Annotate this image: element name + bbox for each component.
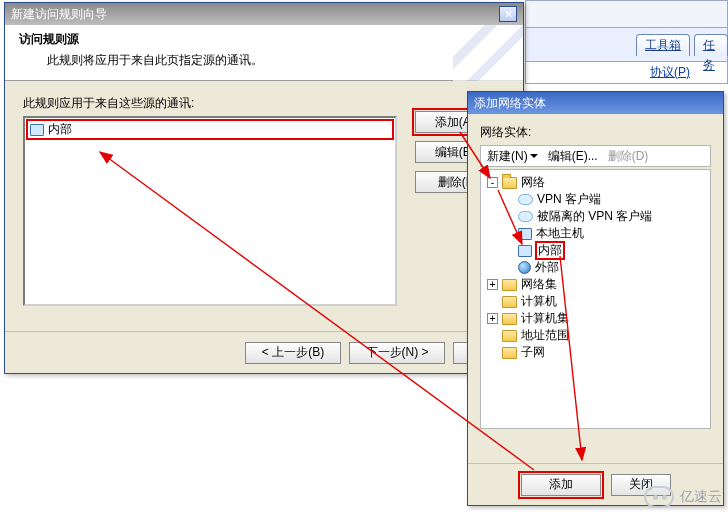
tab-tasks[interactable]: 任务 bbox=[694, 34, 728, 56]
watermark: 亿速云 bbox=[644, 486, 722, 508]
tab-toolbox[interactable]: 工具箱 bbox=[636, 34, 690, 56]
tree-label: 网络 bbox=[521, 174, 545, 191]
wizard-banner-decoration bbox=[453, 25, 523, 81]
tree-node-isolated-vpn[interactable]: 被隔离的 VPN 客户端 bbox=[503, 208, 706, 225]
network-icon bbox=[30, 124, 44, 136]
add-entity-dialog: 添加网络实体 网络实体: 新建(N) 编辑(E)... 删除(D) - 网络 bbox=[467, 91, 724, 506]
tree-label: 被隔离的 VPN 客户端 bbox=[537, 208, 652, 225]
network-icon bbox=[518, 228, 532, 240]
wizard-titlebar[interactable]: 新建访问规则向导 ✕ bbox=[5, 3, 523, 25]
tree-node-computerset[interactable]: + 计算机集 bbox=[487, 310, 706, 327]
entity-tree[interactable]: - 网络 VPN 客户端 被隔离的 VPN 客户端 bbox=[480, 169, 711, 429]
next-button[interactable]: 下一步(N) > bbox=[349, 342, 445, 364]
tree-node-external[interactable]: 外部 bbox=[503, 259, 706, 276]
bg-toolbar-strip bbox=[525, 0, 728, 28]
folder-icon bbox=[502, 313, 517, 325]
tree-label: VPN 客户端 bbox=[537, 191, 601, 208]
tree-label: 计算机集 bbox=[521, 310, 569, 327]
expand-icon[interactable]: + bbox=[487, 313, 498, 324]
source-item-label: 内部 bbox=[48, 121, 72, 138]
tree-node-netset[interactable]: + 网络集 bbox=[487, 276, 706, 293]
folder-icon bbox=[502, 279, 517, 291]
folder-icon bbox=[502, 347, 517, 359]
network-icon bbox=[518, 245, 532, 257]
tree-node-localhost[interactable]: 本地主机 bbox=[503, 225, 706, 242]
cloud-icon bbox=[518, 211, 533, 222]
toolbar-edit[interactable]: 编辑(E)... bbox=[548, 148, 598, 165]
back-button[interactable]: < 上一步(B) bbox=[245, 342, 341, 364]
watermark-logo-icon bbox=[644, 486, 674, 508]
dialog-titlebar[interactable]: 添加网络实体 bbox=[468, 92, 723, 114]
dialog-title: 添加网络实体 bbox=[474, 95, 546, 112]
wizard-body: 此规则应用于来自这些源的通讯: 内部 添加(A).. 编辑(E).. 删除(R) bbox=[5, 81, 523, 331]
source-item-internal[interactable]: 内部 bbox=[27, 120, 393, 139]
tree-label: 外部 bbox=[535, 259, 559, 276]
wizard-window: 新建访问规则向导 ✕ 访问规则源 此规则将应用于来自此页指定源的通讯。 此规则应… bbox=[4, 2, 524, 374]
dialog-toolbar: 新建(N) 编辑(E)... 删除(D) bbox=[480, 145, 711, 167]
tree-label: 子网 bbox=[521, 344, 545, 361]
wizard-footer: < 上一步(B) 下一步(N) > 取消 bbox=[5, 331, 523, 373]
toolbar-delete: 删除(D) bbox=[608, 148, 649, 165]
tree-label-selected: 内部 bbox=[536, 242, 564, 259]
tree-node-addr-range[interactable]: 地址范围 bbox=[487, 327, 706, 344]
collapse-icon[interactable]: - bbox=[487, 177, 498, 188]
tree-label: 本地主机 bbox=[536, 225, 584, 242]
dialog-body: 网络实体: 新建(N) 编辑(E)... 删除(D) - 网络 VPN 客户端 bbox=[468, 114, 723, 463]
tree-node-subnet[interactable]: 子网 bbox=[487, 344, 706, 361]
folder-open-icon bbox=[502, 177, 517, 189]
tree-label: 计算机 bbox=[521, 293, 557, 310]
wizard-banner-sub: 此规则将应用于来自此页指定源的通讯。 bbox=[47, 52, 509, 69]
folder-icon bbox=[502, 330, 517, 342]
tree-label: 地址范围 bbox=[521, 327, 569, 344]
tree-node-network[interactable]: - 网络 bbox=[487, 174, 706, 191]
dialog-add-button[interactable]: 添加 bbox=[521, 474, 601, 496]
tree-label: 网络集 bbox=[521, 276, 557, 293]
toolbar-new[interactable]: 新建(N) bbox=[487, 148, 538, 165]
folder-icon bbox=[502, 296, 517, 308]
entity-label: 网络实体: bbox=[480, 124, 711, 141]
link-protocol[interactable]: 协议(P) bbox=[650, 64, 690, 81]
tree-node-vpn[interactable]: VPN 客户端 bbox=[503, 191, 706, 208]
tree-node-computer[interactable]: 计算机 bbox=[487, 293, 706, 310]
bg-link-strip bbox=[525, 62, 728, 84]
globe-icon bbox=[518, 261, 531, 274]
expand-icon[interactable]: + bbox=[487, 279, 498, 290]
cloud-icon bbox=[518, 194, 533, 205]
source-listbox[interactable]: 内部 bbox=[23, 116, 397, 306]
wizard-banner-title: 访问规则源 bbox=[19, 31, 509, 48]
wizard-banner: 访问规则源 此规则将应用于来自此页指定源的通讯。 bbox=[5, 25, 523, 81]
wizard-close-button[interactable]: ✕ bbox=[499, 6, 517, 22]
source-list-label: 此规则应用于来自这些源的通讯: bbox=[23, 95, 509, 112]
watermark-text: 亿速云 bbox=[680, 488, 722, 506]
wizard-title: 新建访问规则向导 bbox=[11, 6, 107, 23]
tree-node-internal[interactable]: 内部 bbox=[503, 242, 706, 259]
